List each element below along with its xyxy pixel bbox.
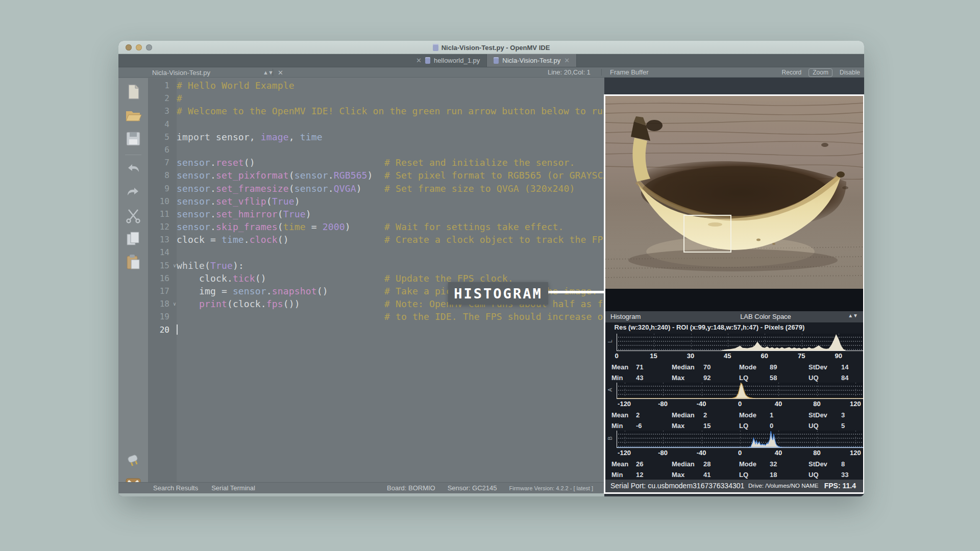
status-bar-item-search-results[interactable]: Search Results bbox=[153, 484, 198, 492]
file-icon bbox=[494, 57, 499, 64]
code-token: image bbox=[261, 132, 289, 142]
serial-status-bar: Serial Port: cu.usbmodem3167376334301 Dr… bbox=[605, 480, 863, 492]
save-file-icon[interactable] bbox=[125, 130, 142, 147]
undo-icon[interactable] bbox=[125, 160, 142, 177]
roi-stats-line: Res (w:320,h:240) - ROI (x:99,y:148,w:57… bbox=[605, 323, 814, 331]
code-token: snapshot bbox=[272, 286, 317, 296]
stat-label: LQ bbox=[739, 422, 748, 430]
line-number: 5 bbox=[148, 131, 177, 143]
frame-buffer-label: Frame Buffer bbox=[610, 68, 649, 76]
line-number: 11 bbox=[148, 208, 177, 220]
connect-icon[interactable] bbox=[125, 452, 142, 469]
serial-port-label: Serial Port: cu.usbmodem3167376334301 bbox=[610, 482, 744, 490]
stat-value: 3 bbox=[841, 411, 845, 419]
code-token: ()) bbox=[283, 298, 300, 309]
title-bar: Nicla-Vision-Test.py - OpenMV IDE bbox=[118, 41, 864, 54]
line-number: 18∨ bbox=[148, 297, 177, 310]
frame-buffer-image[interactable] bbox=[605, 96, 863, 289]
line-number: 6 bbox=[148, 143, 177, 156]
fold-marker-icon[interactable]: ∨ bbox=[173, 259, 176, 272]
code-token: RGB565 bbox=[334, 170, 368, 181]
code-token: ( bbox=[289, 183, 295, 194]
line-number: 7 bbox=[148, 156, 177, 169]
stat-value: 1 bbox=[770, 411, 773, 419]
histogram-body: Res (w:320,h:240) - ROI (x:99,y:148,w:57… bbox=[605, 322, 863, 480]
code-token: sensor bbox=[216, 132, 250, 142]
code-token: True bbox=[283, 209, 306, 219]
axis-ticks-l: 0153045607590 bbox=[617, 352, 863, 361]
line-number: 17 bbox=[148, 285, 177, 297]
tick-label: -120 bbox=[618, 400, 631, 408]
tick-label: 75 bbox=[798, 352, 805, 360]
code-token: # Welcome to the OpenMV IDE! Click on th… bbox=[177, 106, 676, 116]
code-token: import bbox=[177, 132, 216, 142]
tick-label: 0 bbox=[738, 449, 742, 457]
fold-marker-icon[interactable]: ∨ bbox=[173, 297, 176, 310]
close-document-icon[interactable]: ✕ bbox=[278, 69, 283, 77]
close-tab-icon[interactable]: ✕ bbox=[564, 57, 570, 64]
tab-label: Nicla-Vision-Test.py bbox=[502, 57, 560, 64]
zoom-toggle-button[interactable]: Zoom bbox=[808, 68, 832, 77]
stat-label: UQ bbox=[808, 422, 819, 430]
sensor-status: Sensor: GC2145 bbox=[448, 484, 497, 492]
openmv-ide-window: Nicla-Vision-Test.py - OpenMV IDE ✕hello… bbox=[118, 41, 864, 496]
stat-value: 26 bbox=[636, 460, 643, 468]
code-token: clock bbox=[177, 234, 205, 245]
stats-row: Min43Max92LQ58UQ84 bbox=[605, 373, 863, 384]
line-number: 1 bbox=[148, 79, 177, 92]
paste-icon[interactable] bbox=[125, 254, 142, 271]
open-file-icon[interactable] bbox=[125, 107, 142, 124]
code-token: img = bbox=[177, 286, 233, 296]
record-button[interactable]: Record bbox=[782, 69, 802, 76]
stat-value: 84 bbox=[841, 374, 848, 382]
code-token: set_vflip bbox=[216, 196, 266, 207]
stat-label: Mode bbox=[739, 411, 756, 419]
stat-label: StDev bbox=[808, 460, 827, 468]
frame-buffer-panel: Histogram LAB Color Space ▲▼ Res (w:320,… bbox=[604, 78, 864, 496]
axis-ticks-a: -120-80-4004080120 bbox=[617, 400, 863, 409]
editor-tab[interactable]: ✕helloworld_1.py bbox=[409, 54, 487, 67]
stat-value: 18 bbox=[770, 471, 777, 479]
drive-label: Drive: /Volumes/NO NAME bbox=[748, 483, 818, 489]
stat-value: 70 bbox=[703, 363, 710, 371]
window-title: Nicla-Vision-Test.py - OpenMV IDE bbox=[442, 44, 550, 52]
copy-icon[interactable] bbox=[125, 230, 142, 247]
stat-label: StDev bbox=[808, 411, 827, 419]
editor-tab[interactable]: Nicla-Vision-Test.py✕ bbox=[487, 54, 577, 67]
tick-label: 40 bbox=[775, 400, 782, 408]
open-document-selector[interactable]: Nicla-Vision-Test.py ▲▼ ✕ bbox=[152, 67, 313, 78]
code-token: True bbox=[210, 260, 233, 271]
code-token: . bbox=[328, 183, 334, 194]
tour-connector-line bbox=[547, 291, 605, 293]
disable-button[interactable]: Disable bbox=[840, 69, 860, 76]
stat-value: -6 bbox=[636, 422, 642, 430]
code-token: time bbox=[300, 132, 323, 142]
colorspace-dropdown[interactable]: LAB Color Space bbox=[667, 313, 864, 320]
code-token: print bbox=[199, 298, 227, 309]
close-tab-icon[interactable]: ✕ bbox=[416, 57, 422, 64]
stat-label: UQ bbox=[808, 471, 819, 479]
status-bar-item-serial-terminal[interactable]: Serial Terminal bbox=[211, 484, 255, 492]
stats-row: Mean2Median2Mode1StDev3 bbox=[605, 410, 863, 421]
roi-rectangle[interactable] bbox=[683, 215, 731, 253]
tick-label: 120 bbox=[850, 400, 861, 408]
tab-bar-tabs: ✕helloworld_1.pyNicla-Vision-Test.py✕ bbox=[409, 54, 577, 67]
line-number: 4 bbox=[148, 118, 177, 131]
redo-icon[interactable] bbox=[125, 183, 142, 201]
code-token: () bbox=[317, 286, 328, 296]
tab-label: helloworld_1.py bbox=[434, 57, 480, 64]
code-token: True bbox=[272, 196, 295, 207]
code-token: ): bbox=[233, 260, 244, 271]
histogram-plot-b bbox=[617, 431, 863, 448]
firmware-status: Firmware Version: 4.2.2 - [ latest ] bbox=[509, 485, 593, 491]
fps-label: FPS: 11.4 bbox=[824, 482, 856, 490]
code-token: . bbox=[210, 157, 216, 168]
tick-label: 15 bbox=[650, 352, 657, 360]
open-document-name: Nicla-Vision-Test.py bbox=[152, 69, 210, 77]
cut-icon[interactable] bbox=[125, 207, 142, 224]
code-token: () bbox=[244, 157, 255, 168]
board-status: Board: BORMIO bbox=[387, 484, 435, 492]
new-file-icon[interactable] bbox=[125, 83, 142, 101]
stats-row: Min12Max41LQ18UQ33 bbox=[605, 470, 863, 481]
code-token: 2000 bbox=[323, 221, 345, 232]
